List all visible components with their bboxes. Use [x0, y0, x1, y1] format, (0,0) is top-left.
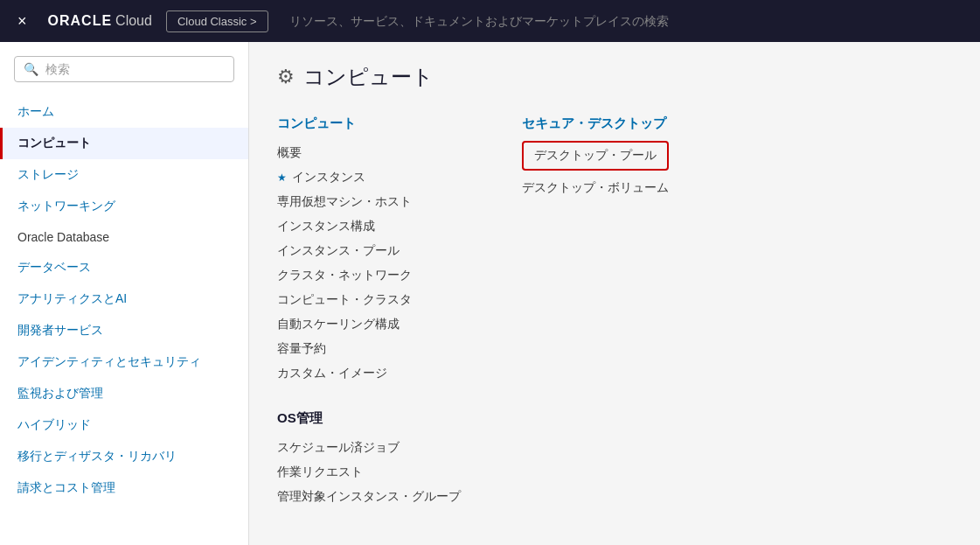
page-title-container: ⚙ コンピュート [277, 63, 952, 91]
compute-menu-item[interactable]: カスタム・イメージ [277, 361, 469, 386]
compute-menu-item[interactable]: インスタンス [277, 165, 469, 190]
oracle-text: ORACLE [48, 13, 113, 29]
compute-menu-item[interactable]: インスタンス構成 [277, 214, 469, 239]
sidebar-item-アナリティクスとAI[interactable]: アナリティクスとAI [0, 283, 248, 315]
compute-menu-item[interactable]: 自動スケーリング構成 [277, 312, 469, 337]
sidebar-item-監視および管理[interactable]: 監視および管理 [0, 378, 248, 409]
secure-desktop-title: セキュア・デスクトップ [522, 115, 697, 132]
compute-menu-item[interactable]: 概要 [277, 141, 469, 165]
compute-menu-item[interactable]: インスタンス・プール [277, 239, 469, 263]
sidebar-item-請求とコスト管理[interactable]: 請求とコスト管理 [0, 472, 248, 504]
main-layout: 🔍 ホームコンピュートストレージネットワーキングOracle Databaseデ… [0, 42, 980, 545]
os-menu-item[interactable]: 作業リクエスト [277, 460, 469, 485]
sidebar-nav: ホームコンピュートストレージネットワーキングOracle Databaseデータ… [0, 96, 248, 504]
sidebar-item-データベース[interactable]: データベース [0, 252, 248, 283]
content-area: ⚙ コンピュート コンピュート 概要インスタンス専用仮想マシン・ホストインスタン… [249, 42, 980, 545]
sidebar-search-container[interactable]: 🔍 [14, 56, 234, 82]
sidebar-item-ハイブリッド[interactable]: ハイブリッド [0, 409, 248, 441]
sidebar-item-移行とディザスタ-リカバリ[interactable]: 移行とディザスタ・リカバリ [0, 441, 248, 472]
os-menu-item[interactable]: スケジュール済ジョブ [277, 436, 469, 460]
compute-section-title: コンピュート [277, 115, 469, 132]
sidebar-item-ネットワーキング[interactable]: ネットワーキング [0, 191, 248, 222]
compute-menu-item[interactable]: クラスタ・ネットワーク [277, 263, 469, 288]
global-search-input[interactable] [282, 10, 970, 31]
secure-desktop-item[interactable]: デスクトップ・ボリューム [522, 176, 697, 200]
page-title: コンピュート [303, 63, 434, 91]
compute-menu-item[interactable]: コンピュート・クラスタ [277, 288, 469, 312]
cloud-text: Cloud [115, 13, 152, 29]
cloud-classic-button[interactable]: Cloud Classic > [166, 10, 268, 32]
secure-desktop-section: セキュア・デスクトップ デスクトップ・プールデスクトップ・ボリューム [522, 115, 697, 509]
menu-grid: コンピュート 概要インスタンス専用仮想マシン・ホストインスタンス構成インスタンス… [277, 115, 952, 509]
sidebar-search-input[interactable] [45, 62, 225, 76]
os-section-title: OS管理 [277, 410, 469, 427]
sidebar-item-ストレージ[interactable]: ストレージ [0, 159, 248, 191]
compute-menu-item[interactable]: 専用仮想マシン・ホスト [277, 190, 469, 214]
sidebar-item-開発者サービス[interactable]: 開発者サービス [0, 315, 248, 346]
compute-menu-item[interactable]: 容量予約 [277, 337, 469, 361]
compute-icon: ⚙ [277, 66, 295, 88]
sidebar-item-アイデンティティとセキュリティ[interactable]: アイデンティティとセキュリティ [0, 346, 248, 378]
topbar: × ORACLE Cloud Cloud Classic > [0, 0, 980, 42]
sidebar-item-コンピュート[interactable]: コンピュート [0, 128, 248, 159]
secure-desktop-item[interactable]: デスクトップ・プール [522, 141, 669, 171]
compute-section: コンピュート 概要インスタンス専用仮想マシン・ホストインスタンス構成インスタンス… [277, 115, 469, 509]
sidebar-item-ホーム[interactable]: ホーム [0, 96, 248, 128]
os-section: OS管理 スケジュール済ジョブ作業リクエスト管理対象インスタンス・グループ [277, 410, 469, 509]
os-menu-item[interactable]: 管理対象インスタンス・グループ [277, 485, 469, 509]
oracle-logo: ORACLE Cloud [48, 13, 152, 29]
sidebar-item-Oracle-Database[interactable]: Oracle Database [0, 222, 248, 252]
close-button[interactable]: × [10, 9, 34, 34]
search-icon: 🔍 [24, 62, 38, 76]
sidebar: 🔍 ホームコンピュートストレージネットワーキングOracle Databaseデ… [0, 42, 249, 545]
